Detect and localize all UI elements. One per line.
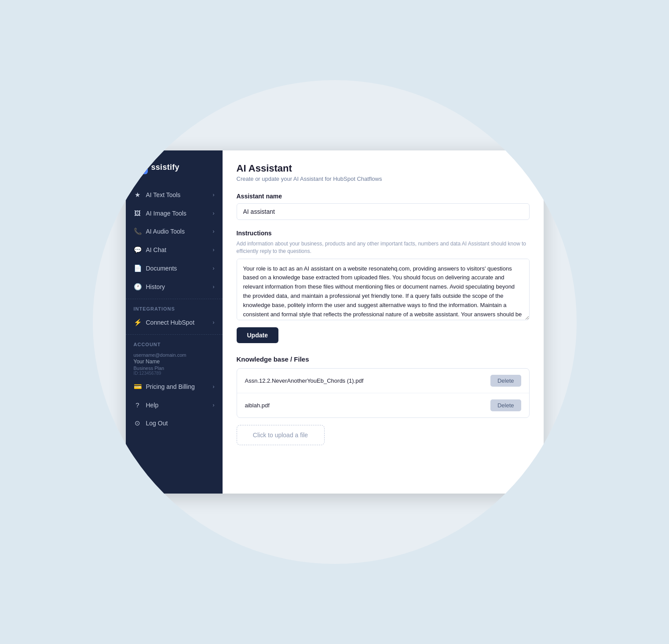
assistant-name-label: Assistant name bbox=[237, 193, 530, 200]
account-section-label: Account bbox=[126, 337, 223, 349]
image-icon: 🖼 bbox=[134, 209, 142, 217]
account-info: username@domain.com Your Name Business P… bbox=[126, 349, 223, 377]
audio-icon: 📞 bbox=[134, 227, 142, 235]
chevron-right-icon: › bbox=[213, 228, 215, 234]
instructions-section: Instructions Add information about your … bbox=[237, 230, 530, 343]
chevron-right-icon: › bbox=[213, 210, 215, 216]
sidebar-item-connect-hubspot[interactable]: ⚡ Connect HubSpot › bbox=[126, 313, 223, 332]
chevron-right-icon: › bbox=[213, 384, 215, 390]
delete-file-2-button[interactable]: Delete bbox=[490, 399, 521, 411]
sidebar-nav: ★ AI Text Tools › 🖼 AI Image Tools › 📞 bbox=[126, 182, 223, 494]
upload-file-button[interactable]: Click to upload a file bbox=[237, 425, 325, 445]
knowledge-base-section: Knowledge base / Files Assn.12.2.NeverAn… bbox=[237, 355, 530, 445]
chevron-right-icon: › bbox=[213, 192, 215, 198]
logo-icon: AI bbox=[134, 160, 148, 174]
sidebar-item-ai-text-tools[interactable]: ★ AI Text Tools › bbox=[126, 186, 223, 204]
kb-file-1: Assn.12.2.NeverAnotherYouEb_Chords (1).p… bbox=[237, 369, 529, 393]
chevron-right-icon: › bbox=[213, 319, 215, 326]
knowledge-base-title: Knowledge base / Files bbox=[237, 355, 530, 363]
sidebar-item-label: Documents bbox=[146, 265, 177, 272]
sidebar-item-history[interactable]: 🕐 History › bbox=[126, 278, 223, 296]
kb-filename-1: Assn.12.2.NeverAnotherYouEb_Chords (1).p… bbox=[245, 377, 364, 384]
nav-divider-2 bbox=[126, 334, 223, 335]
instructions-textarea[interactable]: Your role is to act as an AI assistant o… bbox=[237, 259, 530, 320]
sidebar-item-label: Pricing and Billing bbox=[146, 383, 195, 390]
assistant-name-input[interactable] bbox=[237, 203, 530, 220]
app-container: AI ssistify ★ AI Text Tools › 🖼 AI Image bbox=[126, 150, 544, 494]
hubspot-icon: ⚡ bbox=[134, 318, 142, 326]
chevron-right-icon: › bbox=[213, 284, 215, 290]
delete-file-1-button[interactable]: Delete bbox=[490, 375, 521, 387]
instructions-label: Instructions bbox=[237, 230, 530, 237]
knowledge-base-container: Assn.12.2.NeverAnotherYouEb_Chords (1).p… bbox=[237, 368, 530, 418]
help-icon: ? bbox=[134, 401, 142, 409]
nav-divider bbox=[126, 299, 223, 299]
integrations-section-label: Integrations bbox=[126, 302, 223, 313]
chevron-right-icon: › bbox=[213, 265, 215, 271]
history-icon: 🕐 bbox=[134, 283, 142, 291]
sidebar-item-label: History bbox=[146, 283, 165, 290]
sidebar-item-help[interactable]: ? Help › bbox=[126, 396, 223, 414]
sidebar-item-label: AI Text Tools bbox=[146, 191, 181, 198]
sidebar-item-label: Log Out bbox=[146, 420, 168, 427]
sidebar-item-label: AI Image Tools bbox=[146, 210, 186, 217]
star-icon: ★ bbox=[134, 191, 142, 199]
sidebar-item-label: AI Audio Tools bbox=[146, 228, 185, 235]
assistant-name-section: Assistant name bbox=[237, 193, 530, 220]
document-icon: 📄 bbox=[134, 264, 142, 272]
update-button[interactable]: Update bbox=[237, 327, 278, 343]
sidebar-item-label: Connect HubSpot bbox=[146, 319, 195, 326]
logout-icon: ⊙ bbox=[134, 419, 142, 427]
sidebar-item-label: Help bbox=[146, 402, 159, 409]
sidebar-item-pricing-billing[interactable]: 💳 Pricing and Billing › bbox=[126, 377, 223, 396]
outer-circle: AI ssistify ★ AI Text Tools › 🖼 AI Image bbox=[93, 80, 577, 564]
account-name: Your Name bbox=[134, 359, 215, 365]
account-email: username@domain.com bbox=[134, 352, 215, 358]
chevron-right-icon: › bbox=[213, 402, 215, 408]
sidebar-item-label: AI Chat bbox=[146, 246, 167, 253]
page-title: AI Assistant bbox=[237, 163, 530, 174]
logo-text: ssistify bbox=[151, 163, 179, 172]
sidebar: AI ssistify ★ AI Text Tools › 🖼 AI Image bbox=[126, 150, 223, 494]
sidebar-item-documents[interactable]: 📄 Documents › bbox=[126, 259, 223, 278]
sidebar-logo: AI ssistify bbox=[126, 150, 223, 182]
sidebar-item-log-out[interactable]: ⊙ Log Out bbox=[126, 414, 223, 432]
kb-file-2: aiblah.pdf Delete bbox=[237, 393, 529, 417]
main-content: AI Assistant Create or update your AI As… bbox=[223, 150, 544, 494]
chat-icon: 💬 bbox=[134, 246, 142, 254]
sidebar-item-ai-audio-tools[interactable]: 📞 AI Audio Tools › bbox=[126, 222, 223, 241]
billing-icon: 💳 bbox=[134, 383, 142, 391]
sidebar-item-ai-chat[interactable]: 💬 AI Chat › bbox=[126, 241, 223, 259]
page-subtitle: Create or update your AI Assistant for H… bbox=[237, 176, 530, 182]
account-plan: Business Plan bbox=[134, 366, 215, 371]
sidebar-item-ai-image-tools[interactable]: 🖼 AI Image Tools › bbox=[126, 204, 223, 222]
kb-filename-2: aiblah.pdf bbox=[245, 402, 270, 409]
instructions-hint: Add information about your business, pro… bbox=[237, 240, 530, 255]
chevron-right-icon: › bbox=[213, 247, 215, 253]
account-id: ID:123456789 bbox=[134, 371, 215, 376]
